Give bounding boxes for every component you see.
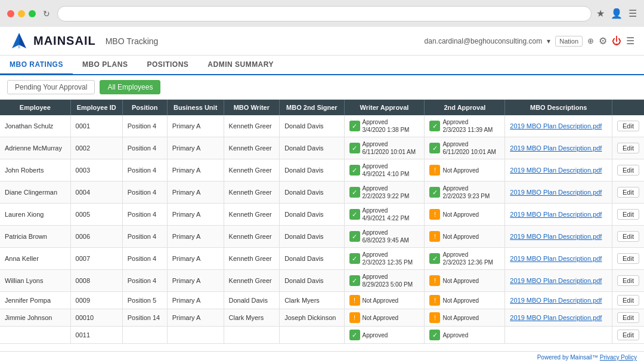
- edit-button[interactable]: Edit: [617, 121, 639, 131]
- sub-tabs: Pending Your Approval All Employees: [0, 75, 644, 100]
- approval-text: Approved: [363, 331, 388, 339]
- approved-check-icon: ✓: [349, 165, 360, 176]
- action-cell: Edit: [612, 182, 644, 204]
- mbo-desc-cell: 2019 MBO Plan Description.pdf: [505, 137, 612, 159]
- edit-button[interactable]: Edit: [617, 312, 639, 323]
- not-approved-warn-icon: !: [429, 312, 440, 323]
- employee-id: 0005: [70, 204, 122, 226]
- 2nd-approval-cell: !Not Approved: [425, 270, 505, 292]
- edit-button[interactable]: Edit: [617, 231, 639, 242]
- logo-area: MAINSAIL MBO Tracking: [10, 32, 158, 51]
- edit-button[interactable]: Edit: [617, 187, 639, 198]
- minimize-button[interactable]: [18, 10, 25, 17]
- approved-check-icon: ✓: [349, 187, 360, 198]
- col-mbo-2nd-signer: MBO 2nd Signer: [280, 100, 344, 115]
- footer-privacy-link[interactable]: Privacy Policy: [600, 354, 637, 361]
- mbo-desc-link[interactable]: 2019 MBO Plan Description.pdf: [510, 211, 602, 218]
- employee-id: 00010: [70, 309, 122, 327]
- browser-toolbar-icons: ★ 👤 ☰: [596, 8, 637, 19]
- position: Position 14: [122, 309, 167, 327]
- mbo-2nd-signer: Donald Davis: [280, 270, 344, 292]
- user-dropdown-icon[interactable]: ▾: [547, 37, 550, 45]
- employee-id: 0009: [70, 292, 122, 309]
- 2nd-approval-cell: !Not Approved: [425, 309, 505, 327]
- position: Position 4: [122, 182, 167, 204]
- tab-mbo-ratings[interactable]: MBO RATINGS: [0, 56, 73, 75]
- mbo-desc-cell: 2019 MBO Plan Description.pdf: [505, 270, 612, 292]
- maximize-button[interactable]: [29, 10, 36, 17]
- mainsail-logo: [10, 32, 29, 51]
- nation-arrows-icon[interactable]: ⊕: [587, 36, 594, 45]
- refresh-icon[interactable]: ↻: [43, 9, 52, 19]
- svg-rect-2: [18, 36, 20, 48]
- action-cell: Edit: [612, 159, 644, 182]
- business-unit: Primary A: [167, 226, 224, 248]
- edit-button[interactable]: Edit: [617, 209, 639, 220]
- mbo-desc-link[interactable]: 2019 MBO Plan Description.pdf: [510, 122, 602, 130]
- col-employee: Employee: [0, 100, 70, 115]
- mbo-writer: Clark Myers: [224, 309, 280, 327]
- tab-mbo-plans[interactable]: MBO PLANS: [73, 56, 138, 74]
- edit-button[interactable]: Edit: [617, 330, 639, 340]
- table-body: Jonathan Schulz0001Position 4Primary AKe…: [0, 115, 644, 344]
- mbo-desc-link[interactable]: 2019 MBO Plan Description.pdf: [510, 297, 602, 304]
- mbo-desc-link[interactable]: 2019 MBO Plan Description.pdf: [510, 277, 602, 284]
- mbo-desc-link[interactable]: 2019 MBO Plan Description.pdf: [510, 233, 602, 240]
- position: Position 4: [122, 270, 167, 292]
- account-icon[interactable]: 👤: [611, 8, 623, 19]
- employee-id: 0002: [70, 137, 122, 159]
- menu-icon[interactable]: ☰: [628, 8, 637, 19]
- mbo-desc-cell: 2019 MBO Plan Description.pdf: [505, 204, 612, 226]
- tab-positions[interactable]: POSITIONS: [137, 56, 198, 74]
- action-cell: Edit: [612, 309, 644, 327]
- logo-text: MAINSAIL: [33, 34, 96, 48]
- col-writer-approval: Writer Approval: [344, 100, 425, 115]
- employee-name: Patricia Brown: [0, 226, 70, 248]
- approval-text: Approved8/29/2023 5:00 PM: [363, 273, 413, 288]
- 2nd-approval-cell: !Not Approved: [425, 204, 505, 226]
- mbo-2nd-signer: Donald Davis: [280, 248, 344, 270]
- tab-admin-summary[interactable]: ADMIN SUMMARY: [198, 56, 283, 74]
- mbo-desc-link[interactable]: 2019 MBO Plan Description.pdf: [510, 255, 602, 262]
- table-row: Lauren Xiong0005Position 4Primary AKenne…: [0, 204, 644, 226]
- position: [122, 327, 167, 344]
- mbo-desc-link[interactable]: 2019 MBO Plan Description.pdf: [510, 189, 602, 196]
- approved-check-icon: ✓: [349, 121, 360, 131]
- employees-table-container[interactable]: Employee Employee ID Position Business U…: [0, 100, 644, 351]
- edit-button[interactable]: Edit: [617, 143, 639, 153]
- 2nd-approval-cell: ✓Approved2/2/2023 9:23 PM: [425, 182, 505, 204]
- edit-button[interactable]: Edit: [617, 295, 639, 306]
- edit-button[interactable]: Edit: [617, 165, 639, 176]
- bookmark-icon[interactable]: ★: [596, 8, 605, 19]
- edit-button[interactable]: Edit: [617, 275, 639, 286]
- edit-button[interactable]: Edit: [617, 253, 639, 264]
- mbo-desc-cell: 2019 MBO Plan Description.pdf: [505, 182, 612, 204]
- settings-icon[interactable]: ⚙: [599, 35, 607, 47]
- power-icon[interactable]: ⏻: [612, 36, 621, 47]
- table-row: Jennifer Pompa0009Position 5Primary ADon…: [0, 292, 644, 309]
- app-menu-icon[interactable]: ☰: [626, 35, 634, 47]
- not-approved-warn-icon: !: [429, 275, 440, 286]
- nation-badge[interactable]: Nation: [555, 36, 583, 47]
- mbo-writer: Kenneth Greer: [224, 137, 280, 159]
- all-employees-tab[interactable]: All Employees: [100, 80, 160, 94]
- business-unit: Primary A: [167, 270, 224, 292]
- employee-id: 0006: [70, 226, 122, 248]
- mbo-desc-link[interactable]: 2019 MBO Plan Description.pdf: [510, 314, 602, 321]
- employee-name: Jennifer Pompa: [0, 292, 70, 309]
- mbo-desc-link[interactable]: 2019 MBO Plan Description.pdf: [510, 167, 602, 174]
- employee-name: Anna Keller: [0, 248, 70, 270]
- writer-approval-cell: ✓Approved6/11/2020 10:01 AM: [344, 137, 425, 159]
- not-approved-text: Not Approved: [442, 278, 479, 284]
- action-cell: Edit: [612, 327, 644, 344]
- mbo-desc-link[interactable]: 2019 MBO Plan Description.pdf: [510, 144, 602, 152]
- address-bar[interactable]: [57, 6, 592, 21]
- table-header: Employee Employee ID Position Business U…: [0, 100, 644, 115]
- mbo-desc-cell: 2019 MBO Plan Description.pdf: [505, 115, 612, 137]
- mbo-2nd-signer: Donald Davis: [280, 182, 344, 204]
- app-header: MAINSAIL MBO Tracking dan.cardinal@begho…: [0, 27, 644, 56]
- not-approved-warn-icon: !: [349, 295, 360, 306]
- table-row: Jonathan Schulz0001Position 4Primary AKe…: [0, 115, 644, 137]
- close-button[interactable]: [7, 10, 14, 17]
- pending-approval-tab[interactable]: Pending Your Approval: [7, 80, 95, 94]
